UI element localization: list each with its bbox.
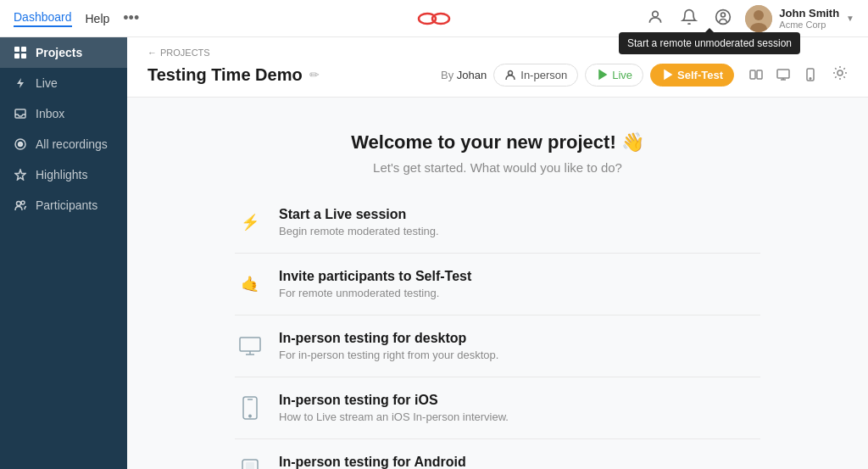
svg-marker-16 <box>15 170 25 180</box>
inbox-icon <box>14 107 27 120</box>
option-inperson-android[interactable]: In-person testing for Android Download t… <box>235 439 760 469</box>
nav-right: John Smith Acme Corp ▼ <box>643 5 854 32</box>
nav-help[interactable]: Help <box>86 12 110 25</box>
option-inperson-ios-title: In-person testing for iOS <box>279 393 509 408</box>
participants-icon <box>14 198 27 212</box>
sidebar-label-projects: Projects <box>36 46 82 59</box>
lightning-icon <box>14 76 27 90</box>
option-inperson-android-text: In-person testing for Android Download t… <box>279 455 543 469</box>
svg-rect-22 <box>750 70 755 79</box>
option-inperson-desktop-title: In-person testing for desktop <box>279 331 498 346</box>
option-inperson-ios-text: In-person testing for iOS How to Live st… <box>279 393 509 423</box>
user-info: John Smith Acme Corp <box>779 7 839 31</box>
nav-links: Dashboard Help ••• <box>14 9 139 27</box>
breadcrumb-text: PROJECTS <box>160 47 210 58</box>
svg-rect-33 <box>246 462 254 469</box>
welcome-title: Welcome to your new project! 👋 <box>147 131 848 154</box>
option-inperson-android-title: In-person testing for Android <box>279 455 543 469</box>
grid-icon <box>14 46 27 59</box>
welcome-subtitle: Let's get started. What would you like t… <box>147 160 848 175</box>
svg-point-4 <box>721 13 726 17</box>
svg-point-18 <box>21 201 25 204</box>
welcome-area: Welcome to your new project! 👋 Let's get… <box>127 98 868 192</box>
top-nav: Dashboard Help ••• <box>0 0 868 37</box>
settings-icon[interactable] <box>832 65 848 84</box>
option-self-test-desc: For remote unmoderated testing. <box>279 287 471 299</box>
svg-point-15 <box>19 142 23 147</box>
user-icon-btn[interactable] <box>643 5 667 31</box>
user-name: John Smith <box>779 7 839 20</box>
sidebar: Projects Live Inbox <box>0 37 127 469</box>
view-icons <box>744 63 822 87</box>
breadcrumb-arrow-icon: ← <box>147 47 157 58</box>
svg-rect-24 <box>777 70 789 78</box>
by-user-name: Johan <box>457 69 487 81</box>
svg-point-26 <box>810 78 811 80</box>
option-live-desc: Begin remote moderated testing. <box>279 225 439 237</box>
sidebar-item-all-recordings[interactable]: All recordings <box>0 129 127 159</box>
live-session-icon: ⚡ <box>235 207 265 237</box>
svg-rect-28 <box>240 338 260 351</box>
svg-point-19 <box>509 71 513 75</box>
avatar <box>745 5 772 32</box>
option-self-test-title: Invite participants to Self-Test <box>279 269 471 284</box>
view-split-icon[interactable] <box>744 63 768 87</box>
self-test-button[interactable]: Self-Test <box>650 64 734 87</box>
option-self-test[interactable]: 🤙 Invite participants to Self-Test For r… <box>235 254 760 315</box>
sidebar-label-live: Live <box>36 76 58 90</box>
sidebar-label-participants: Participants <box>36 198 97 212</box>
sidebar-item-projects[interactable]: Projects <box>0 37 127 68</box>
profile-icon-btn[interactable] <box>711 5 735 31</box>
inperson-ios-icon <box>235 393 265 423</box>
nav-dashboard[interactable]: Dashboard <box>14 10 72 27</box>
svg-point-30 <box>249 415 251 416</box>
option-inperson-desktop[interactable]: In-person testing for desktop For in-per… <box>235 315 760 377</box>
more-button[interactable]: ••• <box>123 9 139 27</box>
sidebar-label-all-recordings: All recordings <box>36 137 108 151</box>
view-mobile-icon[interactable] <box>798 63 822 87</box>
main-layout: Projects Live Inbox <box>0 37 868 469</box>
sidebar-label-inbox: Inbox <box>36 107 64 120</box>
svg-marker-12 <box>17 78 24 88</box>
svg-rect-8 <box>14 47 19 52</box>
live-button[interactable]: Live <box>585 64 643 87</box>
dropdown-arrow-icon: ▼ <box>846 14 854 23</box>
sidebar-item-live[interactable]: Live <box>0 68 127 98</box>
sidebar-item-participants[interactable]: Participants <box>0 190 127 221</box>
inperson-button[interactable]: In-person <box>493 64 578 87</box>
option-inperson-ios[interactable]: In-person testing for iOS How to Live st… <box>235 377 760 439</box>
view-desktop-icon[interactable] <box>771 63 795 87</box>
edit-icon[interactable]: ✏ <box>309 68 320 81</box>
option-live-session[interactable]: ⚡ Start a Live session Begin remote mode… <box>235 192 760 254</box>
svg-marker-21 <box>665 70 671 79</box>
main-content: ← PROJECTS Testing Time Demo ✏ By Johan <box>127 37 868 469</box>
inperson-desktop-icon <box>235 331 265 361</box>
user-org: Acme Corp <box>779 20 839 30</box>
svg-point-27 <box>837 70 843 75</box>
svg-marker-20 <box>599 70 606 79</box>
svg-rect-23 <box>757 70 762 79</box>
svg-point-6 <box>754 10 764 20</box>
project-controls: By Johan In-person Live <box>441 63 848 87</box>
tooltip: Start a remote unmoderated session <box>619 32 800 54</box>
sidebar-item-inbox[interactable]: Inbox <box>0 98 127 129</box>
by-user: By Johan <box>441 69 487 81</box>
bell-icon-btn[interactable] <box>677 5 701 31</box>
option-live-title: Start a Live session <box>279 207 439 222</box>
option-self-test-text: Invite participants to Self-Test For rem… <box>279 269 471 299</box>
svg-point-17 <box>17 202 21 206</box>
inperson-label: In-person <box>520 69 567 81</box>
sidebar-item-highlights[interactable]: Highlights <box>0 159 127 190</box>
project-name: Testing Time Demo <box>147 65 303 85</box>
project-title: Testing Time Demo ✏ <box>147 65 320 85</box>
svg-rect-9 <box>21 47 26 52</box>
recordings-icon <box>14 137 27 151</box>
star-icon <box>14 168 27 181</box>
option-inperson-desktop-text: In-person testing for desktop For in-per… <box>279 331 498 361</box>
project-title-row: Testing Time Demo ✏ By Johan In-person <box>147 63 848 87</box>
svg-point-2 <box>653 11 659 17</box>
user-dropdown[interactable]: John Smith Acme Corp ▼ <box>745 5 854 32</box>
option-live-text: Start a Live session Begin remote modera… <box>279 207 439 237</box>
inperson-android-icon <box>235 455 265 469</box>
svg-rect-10 <box>14 53 19 59</box>
